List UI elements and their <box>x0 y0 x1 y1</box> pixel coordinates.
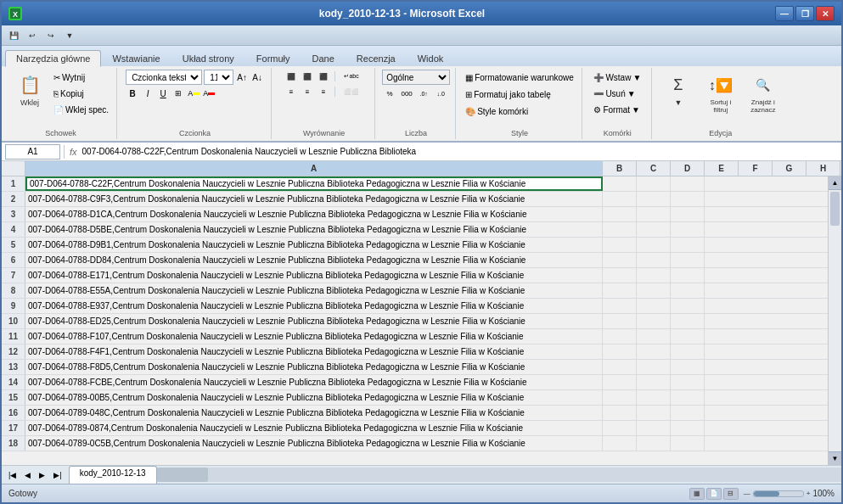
scroll-track[interactable] <box>829 190 841 451</box>
cell-b8[interactable] <box>603 283 637 298</box>
cut-button[interactable]: ✂Wytnij <box>51 70 111 85</box>
cell-a4[interactable]: 007-D064-0788-D5BE,Centrum Doskonalenia … <box>25 222 603 237</box>
normal-view-btn[interactable]: ▦ <box>689 488 705 500</box>
cell-b5[interactable] <box>603 238 637 252</box>
vertical-scrollbar[interactable]: ▲ ▼ <box>828 176 841 465</box>
merge-btn[interactable]: ⬜⬜ <box>339 85 364 98</box>
decrease-decimal-btn[interactable]: ↓.0 <box>433 87 448 100</box>
percent-btn[interactable]: % <box>382 87 397 100</box>
save-quick-btn[interactable]: 💾 <box>5 28 22 43</box>
col-header-a[interactable]: A <box>25 161 603 176</box>
cell-c9[interactable] <box>637 299 671 313</box>
cell-c12[interactable] <box>637 344 671 359</box>
cell-c3[interactable] <box>637 207 671 221</box>
font-color-button[interactable]: A <box>202 87 216 100</box>
cell-b9[interactable] <box>603 299 637 313</box>
font-family-select[interactable]: Czcionka tekstu <box>126 70 202 85</box>
tab-view[interactable]: Widok <box>407 50 455 66</box>
cell-a5[interactable]: 007-D064-0788-D9B1,Centrum Doskonalenia … <box>25 238 603 252</box>
sort-filter-btn[interactable]: ↕🔽 Sortuj i filtruj <box>701 70 740 115</box>
align-center-btn[interactable]: ≡ <box>300 85 315 98</box>
scroll-up-btn[interactable]: ▲ <box>829 176 841 190</box>
cell-d14[interactable] <box>671 375 705 389</box>
minimize-button[interactable]: — <box>775 6 794 21</box>
first-sheet-btn[interactable]: |◀ <box>5 470 20 480</box>
col-header-g[interactable]: G <box>773 161 806 176</box>
cell-a9[interactable]: 007-D064-0788-E937,Centrum Doskonalenia … <box>25 299 603 313</box>
cell-c10[interactable] <box>637 314 671 328</box>
cell-b18[interactable] <box>603 436 637 451</box>
cell-c5[interactable] <box>637 238 671 252</box>
sheet-tab-kody[interactable]: kody_2010-12-13 <box>69 466 157 484</box>
copy-button[interactable]: ⎘Kopiuj <box>51 86 111 101</box>
cell-a8[interactable]: 007-D064-0788-E55A,Centrum Doskonalenia … <box>25 283 603 298</box>
delete-cells-btn[interactable]: ➖ Usuń ▼ <box>591 86 638 101</box>
cell-b2[interactable] <box>603 192 637 206</box>
tab-page-layout[interactable]: Układ strony <box>171 50 245 66</box>
cell-b6[interactable] <box>603 253 637 267</box>
tab-home[interactable]: Narzędzia główne <box>5 50 101 67</box>
bold-button[interactable]: B <box>126 87 139 100</box>
cell-d15[interactable] <box>671 390 705 405</box>
cell-b4[interactable] <box>603 222 637 237</box>
border-button[interactable]: ⊞ <box>171 87 185 100</box>
cell-a11[interactable]: 007-D064-0788-F107,Centrum Doskonalenia … <box>25 329 603 344</box>
name-box[interactable] <box>5 144 60 160</box>
cell-c8[interactable] <box>637 283 671 298</box>
insert-cells-btn[interactable]: ➕ Wstaw ▼ <box>591 70 643 85</box>
tab-data[interactable]: Dane <box>301 50 346 66</box>
close-button[interactable]: ✕ <box>816 6 835 21</box>
font-size-select[interactable]: 11 <box>204 70 233 85</box>
page-break-view-btn[interactable]: ⊟ <box>723 488 739 500</box>
thousands-btn[interactable]: 000 <box>399 87 414 100</box>
sigma-btn[interactable]: Σ ▼ <box>659 70 698 109</box>
scroll-down-btn[interactable]: ▼ <box>829 451 841 465</box>
cell-c17[interactable] <box>637 421 671 435</box>
restore-button[interactable]: ❐ <box>795 6 814 21</box>
cell-d5[interactable] <box>671 238 705 252</box>
cell-b17[interactable] <box>603 421 637 435</box>
italic-button[interactable]: I <box>141 87 155 100</box>
h-scroll-thumb[interactable] <box>157 468 208 482</box>
col-header-b[interactable]: B <box>603 161 637 176</box>
cell-d1[interactable] <box>671 176 705 191</box>
cell-a14[interactable]: 007-D064-0788-FCBE,Centrum Doskonalenia … <box>25 375 603 389</box>
align-right-btn[interactable]: ≡ <box>316 85 331 98</box>
cell-d16[interactable] <box>671 406 705 420</box>
paste-button[interactable]: 📋 Wklej <box>10 70 49 109</box>
zoom-slider[interactable] <box>753 490 804 497</box>
increase-decimal-btn[interactable]: .0↑ <box>416 87 431 100</box>
cell-c6[interactable] <box>637 253 671 267</box>
cell-a1[interactable]: 007-D064-0788-C22F,Centrum Doskonalenia … <box>25 176 603 191</box>
cell-a15[interactable]: 007-D064-0789-00B5,Centrum Doskonalenia … <box>25 390 603 405</box>
cell-b7[interactable] <box>603 268 637 283</box>
undo-quick-btn[interactable]: ↩ <box>24 28 41 43</box>
wrap-text-btn[interactable]: ↵abc <box>339 70 364 83</box>
cell-d17[interactable] <box>671 421 705 435</box>
align-top-center-btn[interactable]: ⬛ <box>300 70 315 83</box>
cell-a7[interactable]: 007-D064-0788-E171,Centrum Doskonalenia … <box>25 268 603 283</box>
prev-sheet-btn[interactable]: ◀ <box>21 470 34 480</box>
decrease-font-btn[interactable]: A↓ <box>250 70 264 84</box>
format-cells-btn[interactable]: ⚙ Format ▼ <box>591 102 643 117</box>
increase-font-btn[interactable]: A↑ <box>235 70 249 84</box>
cell-c1[interactable] <box>637 176 671 191</box>
cell-b12[interactable] <box>603 344 637 359</box>
underline-button[interactable]: U <box>156 87 170 100</box>
cell-d18[interactable] <box>671 436 705 451</box>
tab-insert[interactable]: Wstawianie <box>101 50 171 66</box>
cell-d4[interactable] <box>671 222 705 237</box>
cell-b3[interactable] <box>603 207 637 221</box>
format-as-table-btn[interactable]: ⊞ Formatuj jako tabelę <box>463 87 554 102</box>
cell-b11[interactable] <box>603 329 637 344</box>
cell-b16[interactable] <box>603 406 637 420</box>
redo-quick-btn[interactable]: ↪ <box>42 28 59 43</box>
cell-c16[interactable] <box>637 406 671 420</box>
align-top-left-btn[interactable]: ⬛ <box>284 70 299 83</box>
col-header-d[interactable]: D <box>671 161 705 176</box>
cell-d10[interactable] <box>671 314 705 328</box>
cell-d12[interactable] <box>671 344 705 359</box>
cell-d8[interactable] <box>671 283 705 298</box>
col-header-e[interactable]: E <box>705 161 739 176</box>
zoom-out-btn[interactable]: — <box>744 490 750 497</box>
